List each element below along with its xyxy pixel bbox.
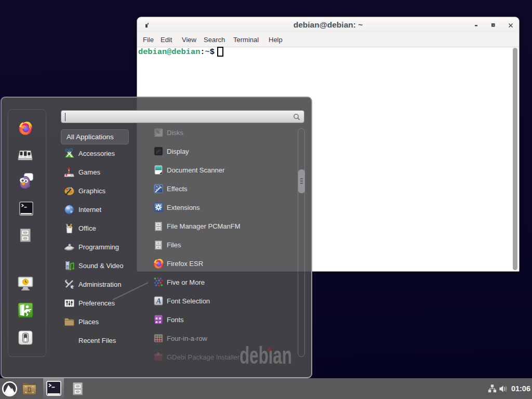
svg-text:a: a — [159, 319, 162, 324]
svg-text:A: A — [156, 297, 161, 305]
svg-text:a: a — [155, 319, 158, 324]
